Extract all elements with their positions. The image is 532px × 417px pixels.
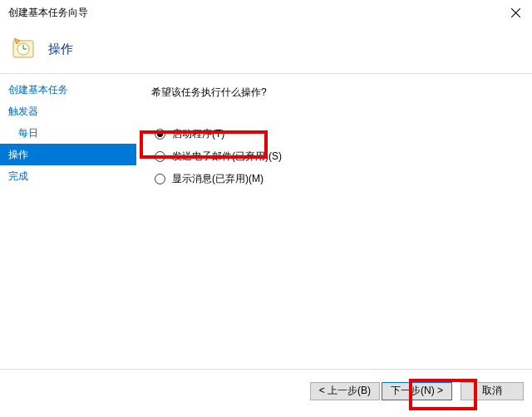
cancel-button[interactable]: 取消	[461, 382, 524, 400]
close-button[interactable]	[499, 0, 532, 25]
action-option-label: 启动程序(T)	[172, 127, 224, 141]
back-button[interactable]: < 上一步(B)	[310, 382, 380, 400]
radio-icon	[155, 129, 165, 140]
action-prompt: 希望该任务执行什么操作?	[151, 86, 515, 100]
wizard-body: 创建基本任务触发器每日操作完成 希望该任务执行什么操作? 启动程序(T)发送电子…	[0, 74, 532, 365]
action-option-label: 显示消息(已弃用)(M)	[172, 172, 264, 186]
action-option-1[interactable]: 发送电子邮件(已弃用)(S)	[151, 145, 515, 168]
wizard-icon	[12, 36, 38, 62]
action-option-0[interactable]: 启动程序(T)	[151, 123, 515, 145]
wizard-header: 操作	[0, 25, 532, 73]
radio-icon	[155, 151, 165, 162]
page-title: 操作	[48, 42, 73, 57]
sidebar: 创建基本任务触发器每日操作完成	[0, 74, 136, 365]
next-button[interactable]: 下一步(N) >	[382, 382, 452, 400]
main-panel: 希望该任务执行什么操作? 启动程序(T)发送电子邮件(已弃用)(S)显示消息(已…	[136, 74, 532, 365]
radio-icon	[155, 174, 165, 184]
window-title: 创建基本任务向导	[8, 6, 88, 20]
sidebar-item-3[interactable]: 操作	[0, 144, 136, 165]
sidebar-item-4[interactable]: 完成	[0, 165, 136, 187]
action-option-label: 发送电子邮件(已弃用)(S)	[172, 150, 282, 164]
close-icon	[511, 8, 520, 17]
sidebar-item-0[interactable]: 创建基本任务	[0, 79, 136, 101]
titlebar: 创建基本任务向导	[0, 0, 532, 25]
wizard-footer: < 上一步(B) 下一步(N) > 取消	[0, 369, 532, 412]
action-radio-group: 启动程序(T)发送电子邮件(已弃用)(S)显示消息(已弃用)(M)	[151, 123, 515, 190]
sidebar-item-1[interactable]: 触发器	[0, 101, 136, 122]
action-option-2[interactable]: 显示消息(已弃用)(M)	[151, 168, 515, 190]
sidebar-item-2[interactable]: 每日	[0, 122, 136, 144]
